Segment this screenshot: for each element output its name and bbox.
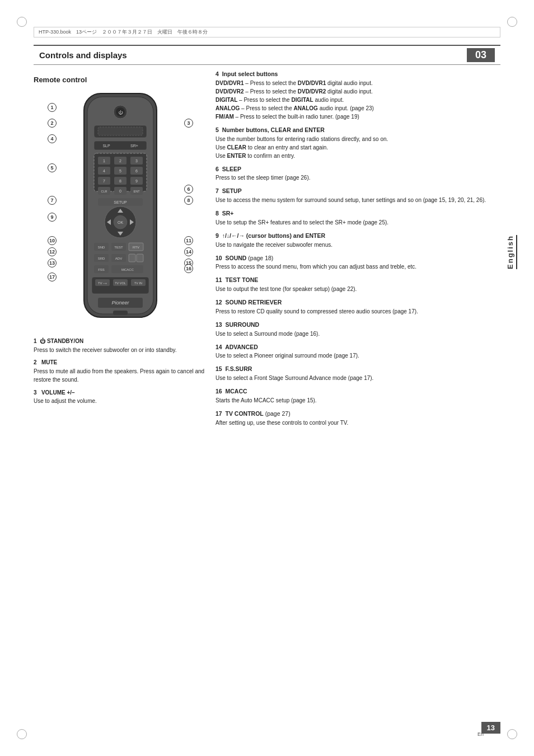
callout-1: 1 (48, 103, 57, 112)
section-body-11: Use to output the test tone (for speaker… (216, 285, 500, 293)
svg-text:7: 7 (103, 179, 105, 183)
svg-text:FSS: FSS (98, 268, 105, 271)
section-body-16: Starts the Auto MCACC setup (page 15). (216, 396, 500, 405)
section-num-14: 14 (216, 344, 225, 350)
callout-7: 7 (48, 196, 57, 205)
section-7: 7 SETUP Use to access the menu system fo… (216, 187, 500, 204)
section-num-5: 5 (216, 126, 222, 133)
section-title-13: SURROUND (226, 321, 260, 328)
section-num-4: 4 (216, 71, 222, 77)
svg-text:TEST: TEST (114, 246, 123, 249)
section-14: 14 ADVANCED Use to select a Pioneer orig… (216, 343, 500, 360)
section-body-14: Use to select a Pioneer original surroun… (216, 351, 500, 360)
svg-text:4: 4 (103, 169, 105, 173)
svg-text:SR+: SR+ (130, 144, 138, 148)
section-title-15: F.S.SURR (226, 365, 252, 372)
file-metadata-text: HTP-330.book 13ページ ２００７年３月２７日 火曜日 午後６時８分 (39, 29, 208, 36)
section-9: 9 ↑/↓/←/→ (cursor buttons) and ENTER Use… (216, 232, 500, 249)
item-num-2: 2 MUTE (34, 359, 57, 365)
corner-mark-tr (507, 17, 517, 27)
svg-text:9: 9 (135, 179, 138, 183)
section-num-11: 11 (216, 276, 226, 283)
section-title-11: TEST TONE (226, 276, 259, 283)
corner-mark-tl (17, 17, 27, 27)
remote-control-image: ⏻ – + SLP SR+ 1 2 3 (67, 91, 174, 327)
callout-16: 16 (184, 264, 193, 273)
desc-item-1: 1 ⏻ STANDBY/ON Press to switch the recei… (34, 337, 207, 354)
desc-item-2: 2 MUTE Press to mute all audio from the … (34, 358, 207, 384)
svg-text:6: 6 (135, 169, 138, 173)
callout-17: 17 (48, 273, 57, 281)
section-12: 12 SOUND RETRIEVER Press to restore CD q… (216, 298, 500, 316)
section-body-10: Press to access the sound menu, from whi… (216, 262, 500, 271)
section-title-6: SLEEP (222, 166, 241, 172)
section-body-6: Press to set the sleep timer (page 26). (216, 173, 500, 182)
item-num-1: 1 ⏻ STANDBY/ON (34, 338, 83, 344)
section-body-8: Use to setup the SR+ features and to sel… (216, 218, 500, 227)
svg-text:ADV: ADV (115, 257, 122, 260)
callout-8: 8 (184, 196, 193, 205)
svg-rect-71 (113, 311, 128, 315)
item-num-3: 3 VOLUME +/– (34, 389, 75, 396)
svg-text:3: 3 (135, 159, 138, 163)
svg-text:1: 1 (103, 159, 105, 163)
section-6: 6 SLEEP Press to set the sleep timer (pa… (216, 165, 500, 182)
section-title-10: SOUND (226, 255, 247, 261)
section-4: 4 Input select buttons DVD/DVR1 – Press … (216, 70, 500, 121)
svg-text:SRD: SRD (98, 257, 105, 260)
section-8: 8 SR+ Use to setup the SR+ features and … (216, 209, 500, 227)
page-header: Controls and displays 03 (34, 45, 500, 65)
svg-text:SETUP: SETUP (114, 200, 127, 204)
left-column: Remote control ⏻ – + SLP (34, 64, 207, 722)
section-num-15: 15 (216, 365, 226, 372)
svg-text:CLR: CLR (101, 190, 107, 193)
callout-13: 13 (48, 259, 57, 267)
file-metadata: HTP-330.book 13ページ ２００７年３月２７日 火曜日 午後６時８分 (34, 27, 500, 37)
svg-text:MCACC: MCACC (121, 268, 134, 271)
section-num-17: 17 (216, 410, 226, 417)
callout-3: 3 (184, 119, 193, 128)
chapter-number: 03 (467, 48, 495, 62)
svg-rect-56 (129, 254, 135, 262)
section-num-9: 9 (216, 232, 222, 239)
svg-text:⏻: ⏻ (118, 110, 123, 115)
page-number-sub: En (477, 731, 484, 737)
section-num-12: 12 (216, 299, 226, 306)
item-body-3: Use to adjust the volume. (34, 398, 97, 404)
section-13: 13 SURROUND Use to select a Surround mod… (216, 321, 500, 338)
section-body-17: After setting up, use these controls to … (216, 419, 500, 427)
section-17: 17 TV CONTROL (page 27) After setting up… (216, 410, 500, 427)
section-title-8: SR+ (222, 210, 234, 217)
page-title: Controls and displays (39, 50, 467, 60)
svg-text:ENT: ENT (134, 190, 140, 193)
left-descriptions: 1 ⏻ STANDBY/ON Press to switch the recei… (34, 337, 207, 406)
callout-4: 4 (48, 134, 57, 143)
svg-text:8: 8 (119, 179, 121, 183)
section-num-7: 7 (216, 187, 222, 194)
svg-text:RTV: RTV (133, 246, 139, 249)
section-body-9: Use to navigate the receiver subwoofer m… (216, 241, 500, 249)
section-title-14: ADVANCED (225, 344, 258, 350)
callout-12: 12 (48, 247, 57, 256)
svg-text:Pioneer: Pioneer (111, 300, 129, 306)
section-num-13: 13 (216, 321, 226, 328)
section-num-8: 8 (216, 210, 222, 217)
language-label: English (506, 235, 517, 269)
section-body-5: Use the number buttons for entering radi… (216, 135, 500, 160)
section-5: 5 Number buttons, CLEAR and ENTER Use th… (216, 126, 500, 160)
svg-text:OK: OK (118, 220, 123, 224)
svg-rect-9 (94, 141, 147, 150)
svg-text:TV –+: TV –+ (98, 281, 107, 285)
callout-9: 9 (48, 213, 57, 222)
right-column: 4 Input select buttons DVD/DVR1 – Press … (207, 64, 500, 722)
section-body-15: Use to select a Front Stage Surround Adv… (216, 374, 500, 382)
remote-section-title: Remote control (34, 76, 207, 84)
section-title-16: MCACC (226, 388, 247, 395)
section-body-12: Press to restore CD quality sound to com… (216, 307, 500, 316)
callout-6: 6 (184, 185, 193, 194)
section-title-9: ↑/↓/←/→ (cursor buttons) and ENTER (222, 232, 325, 239)
callout-2: 2 (48, 119, 57, 128)
svg-text:TV IN: TV IN (134, 281, 142, 285)
section-title-17: TV CONTROL (226, 410, 264, 417)
section-15: 15 F.S.SURR Use to select a Front Stage … (216, 365, 500, 382)
